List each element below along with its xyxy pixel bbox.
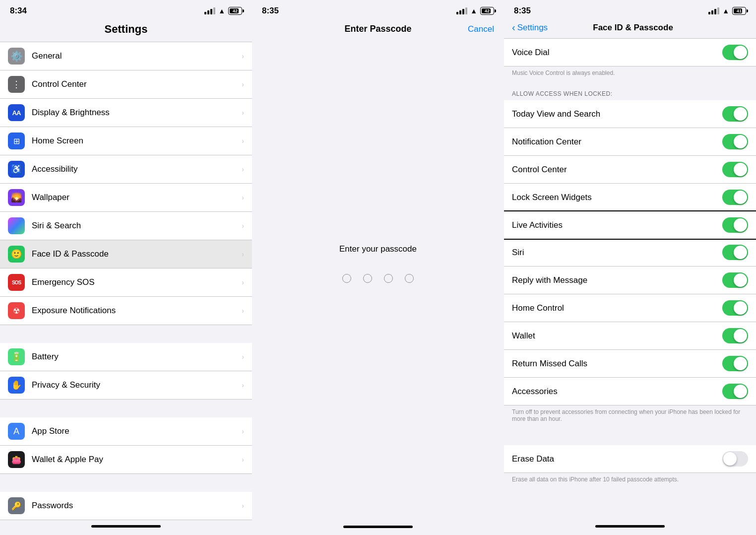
voice-dial-toggle[interactable] [722,45,748,60]
live-activities-toggle[interactable] [722,217,748,233]
battery-label: Battery [32,352,242,362]
time-1: 8:34 [10,6,27,16]
notification-center-row[interactable]: Notification Center [504,128,756,156]
return-missed-calls-toggle[interactable] [722,356,748,371]
passcode-body: Enter your passcode [252,42,504,524]
siri-row-label: Siri [512,248,722,258]
list-item[interactable]: A App Store › [0,417,252,446]
passcode-dots [342,274,414,283]
siri-row[interactable]: Siri [504,239,756,267]
lock-screen-widgets-toggle[interactable] [722,190,748,205]
dot-1[interactable] [342,274,351,283]
chevron-icon: › [242,456,244,464]
exposure-icon: ☢ [8,302,25,319]
home-indicator-3-bar [504,524,756,535]
passwords-label: Passwords [32,501,242,511]
list-item[interactable]: AA Display & Brightness › [0,99,252,127]
display-label: Display & Brightness [32,108,242,118]
wallet-label: Wallet & Apple Pay [32,455,242,465]
allow-access-header: ALLOW ACCESS WHEN LOCKED: [504,81,756,100]
chevron-icon: › [242,502,244,510]
battery-1: 42 [228,7,242,15]
home-indicator-1 [0,524,252,535]
erase-data-toggle[interactable] [722,451,748,467]
live-activities-row[interactable]: Live Activities [504,211,756,239]
chevron-icon: › [242,194,244,201]
reply-with-message-row[interactable]: Reply with Message [504,267,756,294]
dot-2[interactable] [363,274,372,283]
return-missed-calls-row[interactable]: Return Missed Calls [504,350,756,378]
wallpaper-icon: 🌄 [8,189,25,206]
list-item[interactable]: ♿ Accessibility › [0,155,252,184]
wifi-icon: ▲ [218,7,225,15]
list-item[interactable]: 🔑 Passwords › [0,492,252,520]
erase-data-subtext: Erase all data on this iPhone after 10 f… [504,473,756,488]
erase-data-label: Erase Data [512,454,722,464]
dot-4[interactable] [405,274,414,283]
wallpaper-label: Wallpaper [32,193,242,202]
nav-bar-3: ‹ Settings Face ID & Passcode [504,19,756,38]
notification-center-toggle[interactable] [722,134,748,149]
siri-toggle[interactable] [722,245,748,260]
list-item[interactable]: ⚙️ General › [0,42,252,70]
lock-screen-widgets-label: Lock Screen Widgets [512,193,722,202]
list-item[interactable]: ✋ Privacy & Security › [0,371,252,400]
list-item[interactable]: ⊞ Home Screen › [0,127,252,155]
control-center-label-3: Control Center [512,165,722,175]
home-indicator-2-bar [252,524,504,535]
erase-data-row[interactable]: Erase Data [504,445,756,473]
lock-screen-widgets-row[interactable]: Lock Screen Widgets [504,184,756,211]
back-chevron-icon: ‹ [512,22,515,33]
exposure-label: Exposure Notifications [32,306,242,316]
faceid-icon: 🙂 [8,246,25,263]
display-icon: AA [8,104,25,121]
wallet-icon: 👛 [8,451,25,468]
today-view-toggle[interactable] [722,106,748,122]
wallet-row-3[interactable]: Wallet [504,322,756,350]
list-item[interactable]: 🔋 Battery › [0,343,252,371]
chevron-icon: › [242,80,244,88]
list-item[interactable]: SOS Emergency SOS › [0,268,252,297]
list-item[interactable]: Siri & Search › [0,212,252,240]
list-item[interactable]: ☢ Exposure Notifications › [0,297,252,325]
home-control-toggle[interactable] [722,300,748,316]
cancel-button[interactable]: Cancel [468,24,494,34]
status-icons-2: ▲ 42 [456,7,494,15]
voice-dial-subtext: Music Voice Control is always enabled. [504,67,756,81]
passcode-title: Enter Passcode [344,24,411,34]
sos-icon: SOS [8,274,25,291]
list-item[interactable]: 🌄 Wallpaper › [0,184,252,212]
today-view-row[interactable]: Today View and Search [504,100,756,128]
list-item[interactable]: 👛 Wallet & Apple Pay › [0,446,252,474]
home-control-row[interactable]: Home Control [504,294,756,322]
control-center-toggle-3[interactable] [722,162,748,177]
live-activities-label: Live Activities [512,220,722,230]
dot-3[interactable] [384,274,393,283]
wallet-toggle-3[interactable] [722,328,748,343]
faceid-list-item[interactable]: 🙂 Face ID & Passcode › [0,240,252,268]
settings-panel: 8:34 ▲ 42 Settings ⚙️ General › ⋮ Contro… [0,0,252,535]
reply-with-message-label: Reply with Message [512,275,722,285]
control-center-row-3[interactable]: Control Center [504,156,756,184]
settings-list-1: ⚙️ General › ⋮ Control Center › AA Displ… [0,42,252,524]
appstore-label: App Store [32,426,242,436]
battery-icon: 🔋 [8,348,25,365]
wallet-label-3: Wallet [512,331,722,341]
accessories-row[interactable]: Accessories [504,378,756,405]
list-item[interactable]: ⋮ Control Center › [0,70,252,99]
notification-center-label: Notification Center [512,137,722,147]
accessories-toggle[interactable] [722,384,748,399]
chevron-icon: › [242,307,244,315]
back-label: Settings [517,23,548,33]
passcode-prompt: Enter your passcode [339,244,417,254]
chevron-icon: › [242,165,244,173]
voice-dial-row[interactable]: Voice Dial [504,38,756,67]
page-title-1: Settings [0,19,252,42]
appstore-icon: A [8,423,25,440]
battery-2: 42 [480,7,494,15]
back-button[interactable]: ‹ Settings [512,22,548,33]
return-missed-calls-label: Return Missed Calls [512,359,722,369]
reply-with-message-toggle[interactable] [722,272,748,288]
battery-3: 41 [732,7,746,15]
faceid-label: Face ID & Passcode [32,249,242,259]
